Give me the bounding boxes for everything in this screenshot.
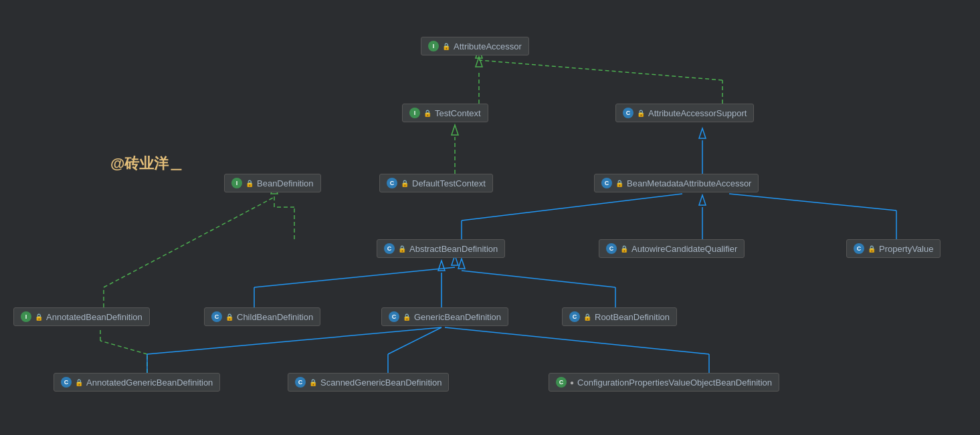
lock-icon: 🔒 bbox=[620, 245, 628, 253]
class-icon: C bbox=[389, 311, 399, 322]
node-label: RootBeanDefinition bbox=[595, 312, 670, 322]
svg-line-34 bbox=[147, 327, 442, 354]
svg-line-19 bbox=[729, 194, 896, 210]
lock-icon: 🔒 bbox=[401, 180, 409, 187]
svg-marker-1 bbox=[476, 57, 482, 67]
node-label: AbstractBeanDefinition bbox=[409, 244, 498, 254]
node-beandefinition[interactable]: I 🔒 BeanDefinition bbox=[224, 174, 321, 192]
lock-icon: 🔒 bbox=[35, 313, 43, 321]
lock-icon: 🔒 bbox=[403, 313, 411, 321]
node-annotatedbeandefinition[interactable]: I 🔒 AnnotatedBeanDefinition bbox=[13, 307, 150, 326]
svg-line-30 bbox=[100, 341, 147, 354]
lock-icon: 🔒 bbox=[423, 110, 431, 117]
class-icon: C bbox=[606, 243, 617, 254]
class-icon: C bbox=[211, 311, 222, 322]
node-attributeaccessorsupport[interactable]: C 🔒 AttributeAccessorSupport bbox=[615, 104, 754, 122]
node-propertyvalue[interactable]: C 🔒 PropertyValue bbox=[846, 239, 941, 258]
diagram-container: @砖业洋＿ I 🔒 AttributeAccessor I 🔒 TestCont… bbox=[0, 0, 980, 435]
node-scannedgenericbeandefinition[interactable]: C 🔒 ScannedGenericBeanDefinition bbox=[288, 373, 449, 392]
node-attributeaccessor[interactable]: I 🔒 AttributeAccessor bbox=[421, 37, 529, 55]
class-icon: C bbox=[854, 243, 864, 254]
node-label: AnnotatedGenericBeanDefinition bbox=[86, 378, 213, 388]
lock-icon: 🔒 bbox=[637, 110, 645, 117]
class-icon: C bbox=[384, 243, 395, 254]
node-label: ScannedGenericBeanDefinition bbox=[320, 378, 442, 388]
node-configurationpropertiesvalueobjectbeandefinition[interactable]: C ● ConfigurationPropertiesValueObjectBe… bbox=[549, 373, 779, 392]
class-icon: C bbox=[387, 178, 397, 188]
svg-line-40 bbox=[445, 327, 709, 354]
node-label: AutowireCandidateQualifier bbox=[631, 244, 737, 254]
node-label: DefaultTestContext bbox=[412, 178, 486, 188]
node-annotatedgenericbeandefinition[interactable]: C 🔒 AnnotatedGenericBeanDefinition bbox=[54, 373, 220, 392]
node-autowireCandidateQualifier[interactable]: C 🔒 AutowireCandidateQualifier bbox=[599, 239, 745, 258]
svg-marker-28 bbox=[458, 259, 465, 269]
class-icon: C bbox=[295, 377, 306, 388]
node-label: ConfigurationPropertiesValueObjectBeanDe… bbox=[577, 378, 772, 388]
svg-line-22 bbox=[254, 267, 455, 287]
interface-icon: I bbox=[409, 108, 420, 118]
lock-icon: 🔒 bbox=[75, 379, 83, 386]
node-testcontext[interactable]: I 🔒 TestContext bbox=[402, 104, 488, 122]
node-label: BeanMetadataAttributeAccessor bbox=[627, 178, 751, 188]
interface-icon: I bbox=[21, 311, 31, 322]
svg-line-3 bbox=[479, 60, 722, 80]
svg-line-27 bbox=[462, 271, 615, 287]
svg-line-37 bbox=[388, 327, 442, 354]
class-icon: C bbox=[556, 377, 567, 388]
lock-icon: 🔒 bbox=[225, 313, 233, 321]
class-icon: C bbox=[61, 377, 72, 388]
node-beanmetadataattributeaccessor[interactable]: C 🔒 BeanMetadataAttributeAccessor bbox=[594, 174, 759, 192]
svg-marker-17 bbox=[699, 195, 706, 205]
svg-marker-25 bbox=[438, 261, 445, 271]
node-label: TestContext bbox=[435, 108, 481, 118]
node-childbeandefinition[interactable]: C 🔒 ChildBeanDefinition bbox=[204, 307, 320, 326]
lock-icon: 🔒 bbox=[442, 43, 450, 50]
node-label: BeanDefinition bbox=[257, 178, 314, 188]
interface-icon: I bbox=[428, 41, 439, 51]
lock-icon: 🔒 bbox=[583, 313, 591, 321]
lock-icon: 🔒 bbox=[309, 379, 317, 386]
lock-icon: 🔒 bbox=[246, 180, 254, 187]
node-rootbeandefinition[interactable]: C 🔒 RootBeanDefinition bbox=[562, 307, 677, 326]
interface-icon: I bbox=[231, 178, 242, 188]
node-label: AnnotatedBeanDefinition bbox=[46, 312, 142, 322]
svg-line-14 bbox=[462, 194, 682, 221]
node-abstractbeandefinition[interactable]: C 🔒 AbstractBeanDefinition bbox=[377, 239, 505, 258]
svg-marker-6 bbox=[452, 125, 458, 135]
node-label: PropertyValue bbox=[879, 244, 933, 254]
svg-line-43 bbox=[104, 197, 274, 287]
class-icon: C bbox=[601, 178, 612, 188]
circle-icon: ● bbox=[570, 379, 574, 386]
watermark: @砖业洋＿ bbox=[110, 154, 183, 174]
lock-icon: 🔒 bbox=[615, 180, 623, 187]
lock-icon: 🔒 bbox=[398, 245, 406, 253]
connection-lines bbox=[0, 0, 980, 435]
node-label: ChildBeanDefinition bbox=[237, 312, 313, 322]
class-icon: C bbox=[569, 311, 580, 322]
node-label: AttributeAccessorSupport bbox=[648, 108, 747, 118]
node-label: GenericBeanDefinition bbox=[414, 312, 501, 322]
node-label: AttributeAccessor bbox=[454, 41, 522, 51]
node-defaulttestcontext[interactable]: C 🔒 DefaultTestContext bbox=[379, 174, 493, 192]
node-genericbeandefinition[interactable]: C 🔒 GenericBeanDefinition bbox=[381, 307, 508, 326]
lock-icon: 🔒 bbox=[868, 245, 876, 253]
svg-marker-8 bbox=[699, 128, 706, 138]
class-icon: C bbox=[623, 108, 633, 118]
